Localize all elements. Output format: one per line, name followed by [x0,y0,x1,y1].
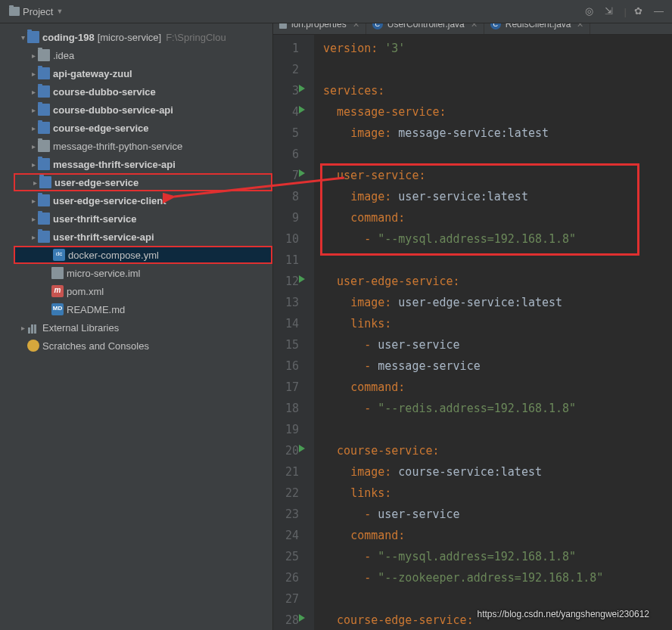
expand-icon[interactable]: ▸ [29,70,38,78]
line-number[interactable]: 19 [273,419,314,440]
line-number[interactable]: 11 [273,250,314,271]
expand-icon[interactable]: ▾ [18,33,27,42]
line-number[interactable]: 28 [273,610,314,630]
collapse-icon[interactable]: ⇲ [605,5,617,17]
tree-folder[interactable]: ▸user-thrift-service-api [14,228,272,246]
line-number[interactable]: 2 [273,59,314,80]
code-line[interactable] [323,144,672,165]
tree-folder[interactable]: ▸course-edge-service [14,119,272,137]
code-line[interactable]: links: [323,313,672,334]
code-line[interactable]: image: user-edge-service:latest [323,292,672,313]
code-line[interactable] [323,588,672,610]
code-line[interactable]: - user-service [323,504,672,525]
code-line[interactable]: - message-service [323,355,672,377]
line-number[interactable]: 24 [273,525,314,546]
code-line[interactable]: version: '3' [323,38,672,59]
run-icon[interactable] [299,614,305,622]
gutter[interactable]: 1234567891011121314151617181920212223242… [273,35,314,630]
line-number[interactable]: 17 [273,377,314,398]
expand-icon[interactable]: ▸ [18,324,27,332]
close-icon[interactable]: ✕ [577,23,583,29]
code-line[interactable]: image: course-service:latest [323,461,672,483]
expand-icon[interactable]: ▸ [29,215,38,223]
tree-folder[interactable]: ▸course-dubbo-service [14,82,272,101]
line-number[interactable]: 27 [273,588,314,610]
code-line[interactable]: - user-service [323,334,672,355]
run-icon[interactable] [299,445,305,452]
line-number[interactable]: 12 [273,271,314,292]
code-line[interactable]: links: [323,483,672,504]
line-number[interactable]: 6 [273,144,314,165]
run-icon[interactable] [299,169,305,177]
project-dropdown[interactable]: Project ▼ [6,5,66,19]
line-number[interactable]: 16 [273,355,314,377]
line-number[interactable]: 22 [273,483,314,504]
line-number[interactable]: 23 [273,504,314,525]
tree-file[interactable]: ▸dcdocker-compose.yml [14,246,272,264]
hide-icon[interactable]: — [654,5,666,17]
code-line[interactable] [323,419,672,440]
line-number[interactable]: 10 [273,228,314,250]
line-number[interactable]: 4 [273,101,314,123]
expand-icon[interactable]: ▸ [30,178,39,187]
editor-tab[interactable]: ion.properties✕ [273,23,366,34]
close-icon[interactable]: ✕ [471,23,478,29]
expand-icon[interactable]: ▸ [29,197,38,205]
line-number[interactable]: 20 [273,440,314,461]
tree-file[interactable]: ▸MDREADME.md [14,300,272,318]
project-tree[interactable]: ▾ coding-198 [micro-service] F:\SpringCl… [0,23,272,355]
tree-folder[interactable]: ▸user-edge-service [14,173,272,191]
line-number[interactable]: 5 [273,123,314,144]
code-line[interactable]: user-edge-service: [323,271,672,292]
line-number[interactable]: 1 [273,38,314,59]
code-line[interactable]: services: [323,80,672,101]
line-number[interactable]: 7 [273,165,314,186]
external-libraries[interactable]: ▸ External Libraries [14,318,272,337]
tree-folder[interactable]: ▸course-dubbo-service-api [14,101,272,119]
expand-icon[interactable]: ▸ [29,106,38,114]
expand-icon[interactable]: ▸ [29,124,38,132]
line-number[interactable]: 21 [273,461,314,483]
line-number[interactable]: 25 [273,546,314,567]
scratches[interactable]: ▸ Scratches and Consoles [14,337,272,355]
editor-tab[interactable]: CRedisClient.java✕ [484,23,591,34]
expand-icon[interactable]: ▸ [29,142,38,151]
line-number[interactable]: 15 [273,334,314,355]
tree-folder[interactable]: ▸api-gateway-zuul [14,64,272,82]
tree-file[interactable]: ▸mpom.xml [14,282,272,300]
tree-folder[interactable]: ▸user-thrift-service [14,209,272,228]
expand-icon[interactable]: ▸ [29,233,38,241]
code-line[interactable] [323,59,672,80]
code-line[interactable]: course-service: [323,440,672,461]
tree-file[interactable]: ▸micro-service.iml [14,264,272,282]
code-line[interactable]: command: [323,525,672,546]
tree-folder[interactable]: ▸message-thrift-service-api [14,155,272,173]
tree-folder[interactable]: ▸message-thrift-python-service [14,137,272,155]
gear-icon[interactable]: ✿ [634,5,646,17]
line-number[interactable]: 26 [273,567,314,588]
code-line[interactable]: image: message-service:latest [323,123,672,144]
expand-icon[interactable]: ▸ [29,88,38,96]
code-line[interactable]: message-service: [323,101,672,123]
code-line[interactable]: command: [323,377,672,398]
editor-tab[interactable]: CUserController.java✕ [366,23,484,34]
code[interactable]: version: '3'services: message-service: i… [314,35,672,630]
run-icon[interactable] [299,275,305,283]
code-line[interactable]: - "--zookeeper.address=192.168.1.8" [323,567,672,588]
code-line[interactable]: - "--mysql.address=192.168.1.8" [323,546,672,567]
line-number[interactable]: 9 [273,207,314,228]
run-icon[interactable] [299,85,305,92]
line-number[interactable]: 8 [273,186,314,207]
locate-icon[interactable]: ◎ [585,5,597,17]
tree-folder[interactable]: ▸.idea [14,46,272,64]
tree-folder[interactable]: ▸user-edge-service-client [14,191,272,209]
run-icon[interactable] [299,106,305,113]
expand-icon[interactable]: ▸ [29,160,38,169]
code-line[interactable]: - "--redis.address=192.168.1.8" [323,398,672,419]
expand-icon[interactable]: ▸ [29,51,38,60]
line-number[interactable]: 13 [273,292,314,313]
line-number[interactable]: 14 [273,313,314,334]
close-icon[interactable]: ✕ [353,23,359,29]
line-number[interactable]: 18 [273,398,314,419]
line-number[interactable]: 3 [273,80,314,101]
